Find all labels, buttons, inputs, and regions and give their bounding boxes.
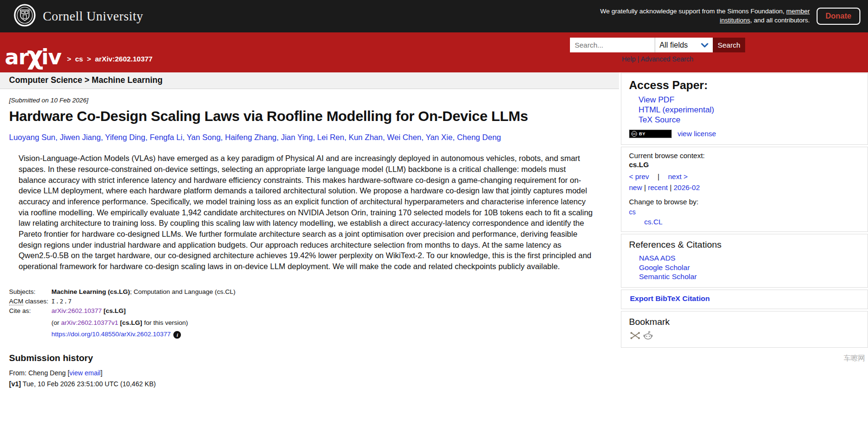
cornell-university-label: Cornell University <box>43 9 143 24</box>
access-paper-box: Access Paper: View PDFHTML (experimental… <box>621 73 868 145</box>
view-email-link[interactable]: view email <box>70 369 100 377</box>
arxiv-logo-iv: iv <box>41 45 61 69</box>
cite-version-link[interactable]: arXiv:2602.10377v1 <box>61 319 118 326</box>
cite-category-tag: [cs.LG] <box>104 307 126 314</box>
browse-context-value: cs.LG <box>629 161 860 169</box>
browse-cscl-link[interactable]: cs.CL <box>644 218 860 226</box>
reference-service-link[interactable]: NASA ADS <box>639 253 860 263</box>
reference-service-link[interactable]: Google Scholar <box>639 263 860 272</box>
support-text-part1: We gratefully acknowledge support from t… <box>600 8 787 15</box>
main-column: Computer Science > Machine Learning [Sub… <box>0 72 619 391</box>
listing-nav-link[interactable]: 2026-02 <box>674 183 700 191</box>
cite-as-row: Cite as: arXiv:2602.10377 [cs.LG] <box>9 306 235 316</box>
prev-next-nav: < prev|next > <box>629 172 860 181</box>
cornell-brand[interactable]: Cornell University <box>13 4 143 29</box>
bookmark-box: Bookmark <box>621 311 868 348</box>
submission-history-heading: Submission history <box>9 353 619 363</box>
export-bibtex-link[interactable]: Export BibTeX Citation <box>630 294 710 302</box>
access-link[interactable]: HTML (experimental) <box>639 105 860 115</box>
bookmark-heading: Bookmark <box>629 317 860 327</box>
version-details: Tue, 10 Feb 2026 23:51:00 UTC (10,462 KB… <box>21 380 156 388</box>
help-links-row: Help | Advanced Search <box>570 55 745 63</box>
acm-label-rest: classes: <box>23 298 49 305</box>
subjects-label: Subjects: <box>9 287 51 297</box>
author-link[interactable]: Yan Xie <box>426 133 453 141</box>
doi-link[interactable]: https://doi.org/10.48550/arXiv.2602.1037… <box>51 331 170 338</box>
author-link[interactable]: Luoyang Sun <box>9 133 55 141</box>
submitter-text-close: ] <box>100 369 102 377</box>
change-browse-label: Change to browse by: <box>629 198 860 206</box>
browse-context-label: Current browse context: <box>629 151 860 160</box>
paper-title: Hardware Co-Design Scaling Laws via Roof… <box>9 108 619 124</box>
cite-as-label: Cite as: <box>9 306 51 316</box>
subjects-primary: Machine Learning (cs.LG) <box>51 288 130 295</box>
cornell-seal-icon <box>13 4 36 29</box>
view-license-link[interactable]: view license <box>678 130 716 138</box>
arxiv-logo[interactable]: arχiv <box>5 40 61 70</box>
support-text: We gratefully acknowledge support from t… <box>596 7 810 25</box>
author-link[interactable]: Kun Zhan <box>349 133 383 141</box>
acm-classes-label: ACM classes: <box>9 297 51 306</box>
cc-by-glyph: BY <box>639 131 646 136</box>
bibsonomy-icon[interactable] <box>630 332 640 342</box>
listing-nav-link[interactable]: new <box>629 183 642 191</box>
cc-by-license-icon[interactable]: ccBY <box>629 130 672 138</box>
breadcrumb-paper-id-link[interactable]: arXiv:2602.10377 <box>95 55 153 63</box>
search-field-select[interactable]: All fields <box>655 38 713 52</box>
author-link[interactable]: Cheng Deng <box>457 133 501 141</box>
reference-service-link[interactable]: Semantic Scholar <box>639 272 860 281</box>
author-list: Luoyang Sun, Jiwen Jiang, Yifeng Ding, F… <box>9 132 619 142</box>
submitted-date: [Submitted on 10 Feb 2026] <box>9 97 619 104</box>
chevron-down-icon <box>701 41 708 50</box>
version-tag: [v1] <box>9 380 21 388</box>
next-link[interactable]: next > <box>668 172 688 181</box>
sidebar: Access Paper: View PDFHTML (experimental… <box>621 72 868 350</box>
references-citations-heading: References & Citations <box>629 240 860 250</box>
prev-link[interactable]: < prev <box>629 172 649 181</box>
help-separator: | <box>636 55 641 63</box>
support-text-part2: , and all contributors. <box>750 17 809 24</box>
references-citations-box: References & Citations NASA ADSGoogle Sc… <box>621 234 868 288</box>
advanced-search-link[interactable]: Advanced Search <box>640 55 693 63</box>
arxiv-logo-chi: χ <box>27 40 43 70</box>
acm-classes-value: I.2.7 <box>51 298 72 305</box>
browse-cs-link[interactable]: cs <box>629 208 636 216</box>
arxiv-banner: arχiv > cs > arXiv:2602.10377 All fields… <box>0 32 868 72</box>
reddit-icon[interactable] <box>643 331 653 342</box>
author-link[interactable]: Fengfa Li <box>150 133 182 141</box>
donate-button[interactable]: Donate <box>817 8 860 25</box>
submitter-line: From: Cheng Deng [view email] <box>9 369 619 377</box>
export-bibtex-box: Export BibTeX Citation <box>621 290 868 309</box>
author-link[interactable]: Yan Song <box>187 133 220 141</box>
arxiv-abstract-page: Cornell University We gratefully acknowl… <box>0 0 868 422</box>
info-icon[interactable]: i <box>173 331 181 339</box>
author-link[interactable]: Lei Ren <box>317 133 344 141</box>
author-link[interactable]: Jiwen Jiang <box>60 133 100 141</box>
breadcrumb-cs-link[interactable]: cs <box>75 55 83 63</box>
submitter-text: From: Cheng Deng [ <box>9 369 70 377</box>
help-link[interactable]: Help <box>622 55 636 63</box>
abstract-text: Vision-Language-Action Models (VLAs) hav… <box>19 153 595 272</box>
search-button[interactable]: Search <box>713 38 745 52</box>
author-link[interactable]: Haifeng Zhang <box>225 133 277 141</box>
subject-breadcrumb-bar: Computer Science > Machine Learning <box>0 72 619 89</box>
cite-version-row: (or arXiv:2602.10377v1 [cs.LG] for this … <box>9 316 235 328</box>
breadcrumb-separator: > <box>65 55 73 63</box>
breadcrumb: > cs > arXiv:2602.10377 <box>65 55 153 63</box>
author-link[interactable]: Jian Ying <box>281 133 313 141</box>
subjects-secondary: ; Computation and Language (cs.CL) <box>130 288 235 295</box>
author-link[interactable]: Yifeng Ding <box>105 133 146 141</box>
cc-circle-glyph: cc <box>631 131 637 137</box>
watermark-text: 车嚓网 <box>844 354 865 363</box>
search-input[interactable] <box>570 38 655 52</box>
author-link[interactable]: Wei Chen <box>387 133 421 141</box>
acm-abbr: ACM <box>9 298 23 305</box>
references-links: NASA ADSGoogle ScholarSemantic Scholar <box>629 253 860 281</box>
listing-nav-links: new | recent | 2026-02 <box>629 183 860 191</box>
cite-arxiv-link[interactable]: arXiv:2602.10377 <box>51 307 102 314</box>
access-link[interactable]: TeX Source <box>639 115 860 125</box>
cornell-header: Cornell University We gratefully acknowl… <box>0 0 868 32</box>
access-link[interactable]: View PDF <box>639 95 860 105</box>
access-paper-heading: Access Paper: <box>629 79 860 92</box>
listing-nav-link[interactable]: recent <box>648 183 668 191</box>
